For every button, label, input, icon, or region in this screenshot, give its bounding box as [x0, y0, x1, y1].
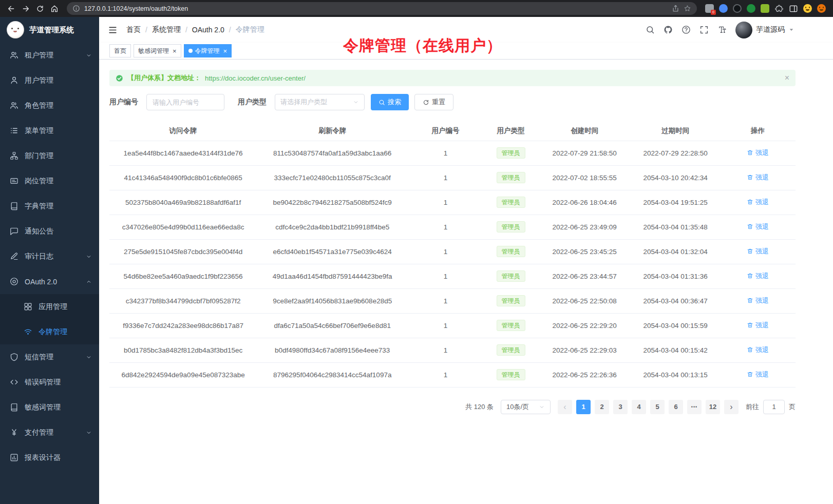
more-pages-button[interactable]: ••• [687, 400, 702, 414]
bookmark-star-icon[interactable] [684, 5, 691, 12]
search-icon[interactable] [646, 25, 655, 34]
breadcrumb-item[interactable]: 首页 [126, 25, 141, 34]
side-panel-icon[interactable] [789, 4, 798, 13]
app-logo[interactable]: 芋道管理系统 [0, 17, 99, 43]
sidebar-toggle-icon[interactable] [108, 25, 118, 35]
sidebar-item-oauth2[interactable]: OAuth 2.0 [0, 269, 99, 294]
sidebar-subitem-app[interactable]: 应用管理 [0, 294, 99, 319]
prev-page-button[interactable]: ‹ [558, 400, 572, 414]
expire-time-cell: 2054-03-04 01:32:04 [631, 239, 720, 264]
font-size-icon[interactable] [717, 25, 727, 34]
browser-back-icon[interactable] [5, 3, 17, 15]
tab-token[interactable]: 令牌管理× [184, 44, 232, 57]
table-row: 275e5de9151045fe87cbdc395e004f4de6cfd40e… [109, 239, 796, 264]
extension-blue-icon[interactable] [719, 4, 728, 13]
browser-profile-avatar[interactable] [817, 4, 826, 13]
page-buttons: 123456•••12 [576, 400, 720, 414]
extension-badge-icon[interactable] [705, 4, 714, 13]
extension-lime-icon[interactable] [761, 4, 769, 13]
sidebar-item-role[interactable]: 角色管理 [0, 93, 99, 118]
force-logout-button[interactable]: 强退 [747, 321, 769, 330]
action-cell: 强退 [720, 362, 796, 387]
reset-button[interactable]: 重置 [414, 94, 453, 110]
tab-close-icon[interactable]: × [173, 48, 177, 54]
breadcrumb-item[interactable]: OAuth 2.0 [192, 26, 224, 34]
user-id-input[interactable] [146, 94, 224, 110]
alert-doc-link[interactable]: https://doc.iocoder.cn/user-center/ [205, 74, 306, 82]
user-type-select[interactable]: 请选择用户类型 [275, 94, 365, 110]
force-logout-button[interactable]: 强退 [747, 370, 769, 379]
user-menu[interactable]: 芋道源码 [735, 22, 794, 38]
action-cell: 强退 [720, 141, 796, 165]
sidebar-item-tenant[interactable]: 租户管理 [0, 43, 99, 68]
force-logout-label: 强退 [755, 222, 769, 231]
sidebar-item-menu[interactable]: 菜单管理 [0, 118, 99, 143]
tab-home[interactable]: 首页 [109, 44, 131, 57]
sidebar-item-sms[interactable]: 短信管理 [0, 344, 99, 370]
force-logout-button[interactable]: 强退 [747, 345, 769, 355]
sidebar-item-audit-log[interactable]: 审计日志 [0, 244, 99, 269]
table-row: c347026e805e4d99b0d116eae66eda8ccdfc4ce9… [109, 215, 796, 239]
browser-forward-icon[interactable] [20, 3, 32, 15]
post-icon [10, 177, 18, 185]
search-button[interactable]: 搜索 [371, 94, 409, 110]
tab-close-icon[interactable]: × [223, 48, 228, 54]
column-header: 访问令牌 [109, 122, 257, 141]
page-button-6[interactable]: 6 [669, 400, 683, 414]
sidebar-item-label: 用户管理 [25, 76, 53, 85]
breadcrumb-item[interactable]: 系统管理 [152, 25, 181, 34]
page-button-12[interactable]: 12 [706, 400, 720, 414]
select-arrow-icon [539, 404, 545, 410]
force-logout-button[interactable]: 强退 [747, 247, 769, 256]
fullscreen-icon[interactable] [699, 25, 709, 34]
page-button-4[interactable]: 4 [632, 400, 646, 414]
sidebar-item-notice[interactable]: 通知公告 [0, 219, 99, 244]
github-icon[interactable] [664, 25, 673, 34]
sidebar-item-report[interactable]: 报表设计器 [0, 445, 99, 470]
sidebar-item-post[interactable]: 岗位管理 [0, 168, 99, 193]
force-logout-button[interactable]: 强退 [747, 148, 769, 158]
site-info-icon[interactable] [72, 5, 80, 12]
page-button-3[interactable]: 3 [613, 400, 628, 414]
sidebar-item-dept[interactable]: 部门管理 [0, 143, 99, 168]
share-icon[interactable] [672, 5, 679, 12]
page-size-select[interactable]: 10条/页 [501, 400, 551, 414]
alert-close-icon[interactable]: × [785, 74, 789, 82]
force-logout-button[interactable]: 强退 [747, 198, 769, 207]
page-button-1[interactable]: 1 [576, 400, 591, 414]
sidebar-item-label: OAuth 2.0 [25, 278, 57, 286]
created-time-cell: 2022-07-02 18:55:55 [538, 165, 631, 190]
refresh-token-cell: 333ecfc71e02480cb11055c875c3ca0f [257, 165, 408, 190]
help-icon[interactable] [681, 25, 691, 34]
sidebar-item-pay[interactable]: 支付管理 [0, 420, 99, 445]
browser-home-icon[interactable] [48, 3, 61, 15]
created-time-cell: 2022-06-25 23:45:25 [538, 239, 631, 264]
force-logout-button[interactable]: 强退 [747, 222, 769, 231]
tab-sensitive-word[interactable]: 敏感词管理× [134, 44, 181, 57]
chevron-down-icon [86, 254, 92, 260]
table-row: 502375b8040a469a9b82188afdf6af1fbe90422b… [109, 190, 796, 215]
browser-refresh-icon[interactable] [34, 3, 46, 15]
force-logout-button[interactable]: 强退 [747, 173, 769, 182]
sidebar-item-error-code[interactable]: 错误码管理 [0, 370, 99, 395]
force-logout-button[interactable]: 强退 [747, 272, 769, 281]
force-logout-label: 强退 [755, 370, 769, 379]
browser-address-bar[interactable]: 127.0.0.1:1024/system/oauth2/token [67, 2, 697, 15]
extension-green-icon[interactable] [747, 4, 755, 13]
sidebar-subitem-token[interactable]: 令牌管理 [0, 319, 99, 344]
profile-smiley-icon[interactable] [803, 4, 812, 13]
sidebar-item-dict[interactable]: 字典管理 [0, 193, 99, 219]
app-title: 芋道管理系统 [29, 25, 74, 35]
force-logout-button[interactable]: 强退 [747, 296, 769, 305]
next-page-button[interactable]: › [724, 400, 739, 414]
sidebar-item-user[interactable]: 用户管理 [0, 68, 99, 93]
goto-page-input[interactable] [763, 400, 785, 414]
user-type-cell: 管理员 [483, 313, 538, 338]
expire-time-cell: 2054-03-04 00:15:42 [631, 338, 720, 362]
page-button-2[interactable]: 2 [595, 400, 609, 414]
sidebar-item-label: 支付管理 [25, 428, 53, 437]
extension-dark-icon[interactable] [733, 4, 742, 13]
extensions-puzzle-icon[interactable] [774, 4, 784, 13]
page-button-5[interactable]: 5 [650, 400, 665, 414]
sidebar-item-sensitive-word[interactable]: 敏感词管理 [0, 395, 99, 420]
